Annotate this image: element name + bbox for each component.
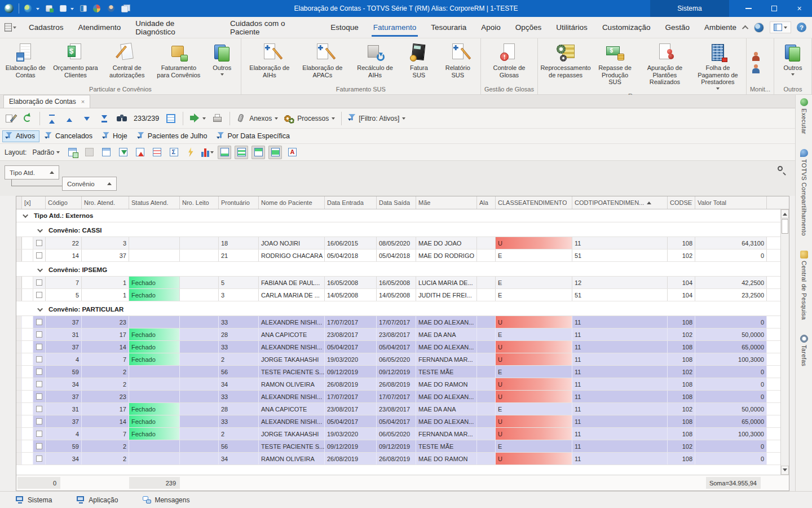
ribbon-button-controle-de-glosas[interactable]: Controle de Glosas bbox=[483, 41, 535, 78]
search-icon[interactable] bbox=[777, 165, 786, 174]
menu-tab-ambiente[interactable]: Ambiente bbox=[697, 17, 744, 38]
menu-tab-customizacao[interactable]: Customização bbox=[595, 17, 658, 38]
group-row-convenio-particular[interactable]: Convênio: PARTICULAR bbox=[16, 303, 780, 316]
group-field-tipo-atd[interactable]: Tipo Atd. bbox=[5, 165, 59, 179]
row-checkbox[interactable] bbox=[33, 316, 46, 328]
ribbon-button-outros[interactable]: Outros bbox=[206, 41, 239, 77]
goto-record-button[interactable] bbox=[163, 111, 179, 126]
row-checkbox[interactable] bbox=[33, 277, 46, 288]
sidebar-item-central-de-pesquisa[interactable]: Central de Pesquisa bbox=[800, 251, 808, 320]
go-last-button[interactable] bbox=[96, 111, 112, 126]
column-header-mae[interactable]: Mãe bbox=[416, 196, 477, 209]
ribbon-button-reprocessamento-de-repasses[interactable]: Reprocessamento de repasses bbox=[540, 41, 591, 78]
window-icon[interactable] bbox=[59, 5, 68, 12]
menu-tab-cuidados-com-o-paciente[interactable]: Cuidados com o Paciente bbox=[223, 17, 323, 38]
table-row[interactable]: 47Fechado2JORGE TAKAHASHI19/03/202006/05… bbox=[16, 428, 780, 440]
filter-shortcut-pacientes-de-julho[interactable]: Pacientes de Julho bbox=[134, 130, 212, 142]
sidebar-item-tarefas[interactable]: Tarefas bbox=[800, 335, 808, 366]
column-header-codigo[interactable]: Código bbox=[46, 196, 82, 209]
row-checkbox[interactable] bbox=[33, 391, 46, 402]
ribbon-button-faturamento-para-convenios[interactable]: Faturamento para Convênios bbox=[153, 41, 205, 78]
column-header-codsetor[interactable]: CODSETOR bbox=[668, 196, 695, 209]
module-globe-icon[interactable] bbox=[24, 5, 33, 12]
layout-panel-icon[interactable] bbox=[770, 21, 791, 33]
layout-preset-dropdown[interactable]: Padrão bbox=[30, 147, 62, 157]
layout-save-button[interactable] bbox=[82, 146, 96, 159]
layout-copy-button[interactable] bbox=[65, 146, 79, 159]
menu-tab-apoio[interactable]: Apoio bbox=[474, 17, 508, 38]
row-checkbox[interactable] bbox=[33, 289, 46, 301]
table-row[interactable]: 3714Fechado33ALEXANDRE NISHI...05/04/201… bbox=[16, 341, 780, 353]
ribbon-button-elaboracao-de-contas[interactable]: Elaboração de Contas bbox=[2, 41, 48, 78]
export-button[interactable] bbox=[187, 111, 208, 126]
status-item-aplicacao[interactable]: Aplicação bbox=[77, 496, 118, 504]
vertical-scrollbar[interactable] bbox=[780, 209, 789, 475]
column-header-x[interactable]: [x] bbox=[22, 196, 46, 209]
column-header-ala[interactable]: Ala bbox=[477, 196, 496, 209]
table-row[interactable]: 51Fechado3CARLA MARIA DE ...14/05/200814… bbox=[16, 289, 780, 301]
row-checkbox[interactable] bbox=[33, 440, 46, 452]
column-header-data-saida[interactable]: Data Saída bbox=[377, 196, 416, 209]
row-checkbox[interactable] bbox=[33, 366, 46, 378]
globe-icon[interactable] bbox=[754, 23, 764, 33]
filter-shortcut-ativos[interactable]: Ativos bbox=[2, 130, 39, 142]
table-row[interactable]: 47Fechado2JORGE TAKAHASHI19/03/202006/05… bbox=[16, 353, 780, 366]
refresh-button[interactable] bbox=[20, 111, 36, 126]
column-header-valor-total[interactable]: Valor Total bbox=[695, 196, 767, 209]
row-checkbox[interactable] bbox=[33, 453, 46, 465]
menu-tab-faturamento[interactable]: Faturamento bbox=[366, 17, 424, 38]
layout-footer-toggle[interactable] bbox=[218, 146, 231, 159]
column-header-data-entrada[interactable]: Data Entrada bbox=[325, 196, 377, 209]
row-checkbox[interactable] bbox=[33, 249, 46, 261]
ribbon-button-fatura-sus[interactable]: Fatura SUS bbox=[401, 41, 436, 78]
layout-export-button[interactable] bbox=[133, 146, 147, 159]
layout-header-toggle[interactable] bbox=[251, 146, 265, 159]
menu-tab-atendimento[interactable]: Atendimento bbox=[70, 17, 128, 38]
ribbon-button-repasse-de-producao-sus[interactable]: Repasse de Produção SUS bbox=[592, 41, 638, 86]
filter-shortcut-cancelados[interactable]: Cancelados bbox=[42, 130, 97, 142]
table-row[interactable]: 143721RODRIGO CHACARA05/04/201805/04/201… bbox=[16, 249, 780, 262]
menu-tab-cadastros[interactable]: Cadastros bbox=[21, 17, 71, 38]
go-next-button[interactable] bbox=[79, 111, 95, 126]
filtro-button[interactable]: [Filtro: Ativos] bbox=[346, 111, 408, 126]
table-row[interactable]: 59256TESTE PACIENTE S...09/12/201909/12/… bbox=[16, 440, 780, 453]
row-checkbox[interactable] bbox=[33, 341, 46, 353]
row-checkbox[interactable] bbox=[33, 415, 46, 427]
panels-icon[interactable] bbox=[79, 5, 88, 12]
column-header-codtipoatendimen[interactable]: CODTIPOATENDIMEN... bbox=[572, 196, 668, 209]
layout-font-button[interactable] bbox=[285, 146, 299, 159]
layout-quick-button[interactable] bbox=[184, 146, 197, 159]
ribbon-button-recalculo-de-aihs[interactable]: Recálculo de AIHs bbox=[350, 41, 400, 78]
processos-button[interactable]: Processos bbox=[282, 111, 337, 126]
folder-icon[interactable] bbox=[45, 5, 54, 12]
chevron-down-icon[interactable] bbox=[23, 212, 28, 218]
ribbon-button-apuracao-de-plantoes-realizados[interactable]: Apuração de Plantões Realizados bbox=[639, 41, 691, 86]
status-item-mensagens[interactable]: Mensagens bbox=[143, 496, 189, 504]
sistema-tab[interactable]: Sistema bbox=[650, 0, 729, 17]
sidebar-item-executar[interactable]: Executar bbox=[800, 98, 808, 134]
column-header-nro-leito[interactable]: Nro. Leito bbox=[180, 196, 219, 209]
help-icon[interactable]: ? bbox=[797, 23, 806, 32]
group-field-convenio[interactable]: Convênio bbox=[62, 177, 117, 191]
minimize-button[interactable] bbox=[736, 0, 761, 17]
row-checkbox[interactable] bbox=[33, 353, 46, 365]
layout-fill-toggle[interactable] bbox=[268, 146, 282, 159]
scroll-up-icon[interactable] bbox=[781, 209, 789, 218]
layout-grid-button[interactable] bbox=[99, 146, 113, 159]
status-item-sistema[interactable]: Sistema bbox=[16, 496, 52, 504]
menu-tab-estoque[interactable]: Estoque bbox=[323, 17, 366, 38]
table-row[interactable]: 3117Fechado28ANA CAPICOTE23/08/201723/08… bbox=[16, 329, 780, 341]
sidebar-item-totvs-compartilhamento[interactable]: TOTVS Compartilhamento bbox=[800, 149, 808, 236]
row-checkbox[interactable] bbox=[33, 237, 46, 249]
ribbon-button-folha-de-pagamento-de-prestadores[interactable]: Folha de Pagamento de Prestadores bbox=[692, 41, 744, 91]
go-previous-button[interactable] bbox=[61, 111, 77, 126]
scroll-down-icon[interactable] bbox=[781, 466, 789, 475]
group-row-convenio-ipsemg[interactable]: Convênio: IPSEMG bbox=[16, 264, 780, 277]
table-row[interactable]: 372333ALEXANDRE NISHI...17/07/201717/07/… bbox=[16, 316, 780, 329]
chevron-down-icon[interactable] bbox=[37, 306, 43, 312]
table-row[interactable]: 59256TESTE PACIENTE S...09/12/201909/12/… bbox=[16, 366, 780, 378]
row-checkbox[interactable] bbox=[33, 378, 46, 390]
tab-close-icon[interactable]: × bbox=[81, 98, 85, 105]
chevron-down-icon[interactable] bbox=[70, 8, 74, 12]
ribbon-button-central-de-autorizacoes[interactable]: Central de autorizações bbox=[103, 41, 152, 78]
